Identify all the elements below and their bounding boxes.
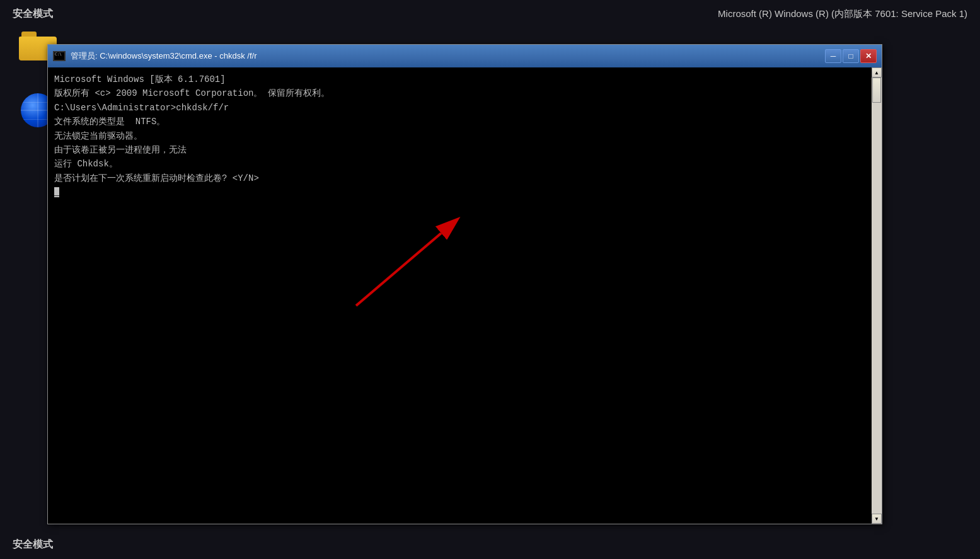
maximize-button[interactable]: □ [843, 49, 859, 63]
scroll-down-button[interactable]: ▼ [872, 514, 882, 524]
cmd-scrollbar[interactable]: ▲ ▼ [872, 67, 882, 524]
scroll-up-button[interactable]: ▲ [872, 67, 882, 78]
cmd-cursor: _ [54, 185, 865, 199]
cmd-line-7: 由于该卷正被另一进程使用，无法 [54, 143, 865, 157]
cmd-app-icon [53, 51, 66, 61]
safe-mode-label-bottom: 安全模式 [13, 538, 53, 551]
bottom-bar: 安全模式 [0, 531, 980, 559]
close-button[interactable]: ✕ [860, 49, 877, 63]
scrollbar-track[interactable] [872, 78, 882, 514]
desktop-title: Microsoft (R) Windows (R) (内部版本 7601: Se… [718, 8, 967, 20]
cmd-line-3: C:\Users\Administrator>chkdsk/f/r [54, 101, 865, 115]
minimize-button[interactable]: ─ [825, 49, 841, 63]
top-bar: 安全模式 Microsoft (R) Windows (R) (内部版本 760… [0, 0, 980, 28]
cmd-window-controls: ─ □ ✕ [825, 49, 877, 63]
cmd-content-wrapper: Microsoft Windows [版本 6.1.7601]版权所有 <c> … [48, 67, 882, 524]
cmd-line-1: 版权所有 <c> 2009 Microsoft Corporation。 保留所… [54, 86, 865, 100]
cmd-output[interactable]: Microsoft Windows [版本 6.1.7601]版权所有 <c> … [48, 67, 872, 524]
scrollbar-thumb[interactable] [872, 78, 881, 103]
cmd-window-title: 管理员: C:\windows\system32\cmd.exe - chkds… [71, 50, 825, 62]
cmd-line-4: 文件系统的类型是 NTFS。 [54, 115, 865, 129]
cmd-line-8: 运行 Chkdsk。 [54, 157, 865, 171]
cmd-line-0: Microsoft Windows [版本 6.1.7601] [54, 72, 865, 86]
safe-mode-label-top: 安全模式 [13, 8, 53, 21]
cmd-window: 管理员: C:\windows\system32\cmd.exe - chkds… [47, 44, 882, 524]
cmd-icon-inner [54, 52, 64, 60]
cmd-line-5: 无法锁定当前驱动器。 [54, 129, 865, 143]
cmd-titlebar: 管理员: C:\windows\system32\cmd.exe - chkds… [48, 45, 882, 67]
cmd-line-9: 是否计划在下一次系统重新启动时检查此卷? <Y/N> [54, 171, 865, 185]
